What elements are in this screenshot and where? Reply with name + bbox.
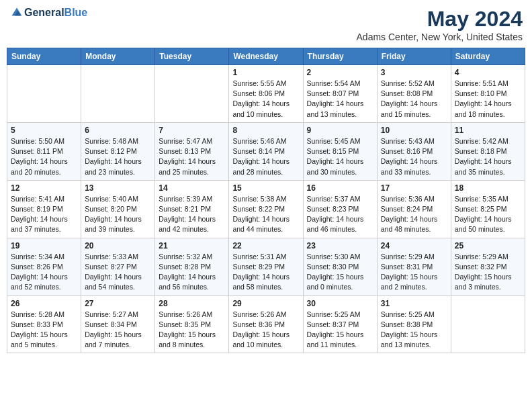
day-info: Sunrise: 5:29 AM Sunset: 8:32 PM Dayligh… [455, 252, 521, 293]
day-number: 19 [11, 241, 77, 250]
calendar-cell: 14Sunrise: 5:39 AM Sunset: 8:21 PM Dayli… [155, 180, 229, 238]
calendar-cell: 19Sunrise: 5:34 AM Sunset: 8:26 PM Dayli… [7, 238, 81, 295]
calendar-cell: 21Sunrise: 5:32 AM Sunset: 8:28 PM Dayli… [155, 238, 229, 295]
calendar-cell: 2Sunrise: 5:54 AM Sunset: 8:07 PM Daylig… [303, 65, 377, 123]
day-number: 5 [11, 126, 77, 135]
day-info: Sunrise: 5:32 AM Sunset: 8:28 PM Dayligh… [159, 252, 225, 293]
calendar-cell [7, 65, 81, 123]
day-number: 27 [85, 299, 151, 308]
day-info: Sunrise: 5:26 AM Sunset: 8:36 PM Dayligh… [232, 310, 299, 351]
day-info: Sunrise: 5:48 AM Sunset: 8:12 PM Dayligh… [85, 136, 151, 177]
day-info: Sunrise: 5:31 AM Sunset: 8:29 PM Dayligh… [232, 252, 299, 293]
calendar-cell: 22Sunrise: 5:31 AM Sunset: 8:29 PM Dayli… [229, 238, 303, 295]
day-of-week-header: Monday [81, 48, 155, 65]
day-of-week-header: Tuesday [155, 48, 229, 65]
day-number: 21 [159, 241, 225, 250]
day-info: Sunrise: 5:39 AM Sunset: 8:21 PM Dayligh… [159, 194, 225, 235]
day-of-week-header: Wednesday [229, 48, 303, 65]
day-info: Sunrise: 5:43 AM Sunset: 8:16 PM Dayligh… [381, 136, 447, 177]
day-number: 18 [455, 183, 521, 193]
calendar-cell [81, 65, 155, 123]
day-info: Sunrise: 5:51 AM Sunset: 8:10 PM Dayligh… [455, 79, 521, 120]
day-number: 2 [307, 68, 373, 77]
day-number: 6 [85, 126, 151, 135]
day-number: 23 [307, 241, 373, 250]
day-info: Sunrise: 5:42 AM Sunset: 8:18 PM Dayligh… [455, 136, 521, 177]
day-number: 7 [159, 126, 225, 135]
day-info: Sunrise: 5:25 AM Sunset: 8:38 PM Dayligh… [381, 310, 447, 351]
calendar-week-row: 19Sunrise: 5:34 AM Sunset: 8:26 PM Dayli… [7, 238, 525, 295]
day-info: Sunrise: 5:46 AM Sunset: 8:14 PM Dayligh… [232, 136, 299, 177]
calendar-cell: 8Sunrise: 5:46 AM Sunset: 8:14 PM Daylig… [229, 122, 303, 180]
day-number: 1 [232, 68, 299, 77]
day-number: 29 [232, 299, 299, 308]
day-info: Sunrise: 5:55 AM Sunset: 8:06 PM Dayligh… [232, 79, 299, 120]
day-number: 22 [232, 241, 299, 250]
calendar-cell: 9Sunrise: 5:45 AM Sunset: 8:15 PM Daylig… [303, 122, 377, 180]
day-info: Sunrise: 5:50 AM Sunset: 8:11 PM Dayligh… [11, 136, 77, 177]
calendar-cell: 24Sunrise: 5:29 AM Sunset: 8:31 PM Dayli… [377, 238, 451, 295]
calendar-cell: 3Sunrise: 5:52 AM Sunset: 8:08 PM Daylig… [377, 65, 451, 123]
calendar-cell [451, 295, 525, 353]
calendar-cell: 29Sunrise: 5:26 AM Sunset: 8:36 PM Dayli… [229, 295, 303, 353]
day-info: Sunrise: 5:28 AM Sunset: 8:33 PM Dayligh… [11, 310, 77, 351]
day-number: 10 [381, 126, 447, 135]
day-number: 9 [307, 126, 373, 135]
day-number: 28 [159, 299, 225, 308]
calendar-cell: 11Sunrise: 5:42 AM Sunset: 8:18 PM Dayli… [451, 122, 525, 180]
calendar-cell: 12Sunrise: 5:41 AM Sunset: 8:19 PM Dayli… [7, 180, 81, 238]
day-number: 12 [11, 183, 77, 193]
month-year-title: May 2024 [357, 7, 523, 32]
day-info: Sunrise: 5:27 AM Sunset: 8:34 PM Dayligh… [85, 310, 151, 351]
day-of-week-header: Thursday [303, 48, 377, 65]
day-number: 11 [455, 126, 521, 135]
calendar-cell: 16Sunrise: 5:37 AM Sunset: 8:23 PM Dayli… [303, 180, 377, 238]
calendar-cell: 4Sunrise: 5:51 AM Sunset: 8:10 PM Daylig… [451, 65, 525, 123]
calendar-cell: 5Sunrise: 5:50 AM Sunset: 8:11 PM Daylig… [7, 122, 81, 180]
day-info: Sunrise: 5:25 AM Sunset: 8:37 PM Dayligh… [307, 310, 373, 351]
day-info: Sunrise: 5:33 AM Sunset: 8:27 PM Dayligh… [85, 252, 151, 293]
calendar-cell: 7Sunrise: 5:47 AM Sunset: 8:13 PM Daylig… [155, 122, 229, 180]
calendar-cell: 20Sunrise: 5:33 AM Sunset: 8:27 PM Dayli… [81, 238, 155, 295]
logo: GeneralBlue [9, 7, 87, 19]
day-number: 16 [307, 183, 373, 193]
day-number: 4 [455, 68, 521, 77]
calendar-week-row: 26Sunrise: 5:28 AM Sunset: 8:33 PM Dayli… [7, 295, 525, 353]
day-info: Sunrise: 5:36 AM Sunset: 8:24 PM Dayligh… [381, 194, 447, 235]
day-info: Sunrise: 5:35 AM Sunset: 8:25 PM Dayligh… [455, 194, 521, 235]
calendar-cell: 31Sunrise: 5:25 AM Sunset: 8:38 PM Dayli… [377, 295, 451, 353]
calendar-cell: 10Sunrise: 5:43 AM Sunset: 8:16 PM Dayli… [377, 122, 451, 180]
calendar-cell: 15Sunrise: 5:38 AM Sunset: 8:22 PM Dayli… [229, 180, 303, 238]
calendar-cell: 18Sunrise: 5:35 AM Sunset: 8:25 PM Dayli… [451, 180, 525, 238]
day-number: 15 [232, 183, 299, 193]
day-info: Sunrise: 5:47 AM Sunset: 8:13 PM Dayligh… [159, 136, 225, 177]
calendar-cell: 23Sunrise: 5:30 AM Sunset: 8:30 PM Dayli… [303, 238, 377, 295]
day-number: 3 [381, 68, 447, 77]
calendar-cell: 26Sunrise: 5:28 AM Sunset: 8:33 PM Dayli… [7, 295, 81, 353]
calendar-week-row: 1Sunrise: 5:55 AM Sunset: 8:06 PM Daylig… [7, 65, 525, 123]
location-subtitle: Adams Center, New York, United States [357, 32, 523, 42]
day-number: 31 [381, 299, 447, 308]
day-info: Sunrise: 5:29 AM Sunset: 8:31 PM Dayligh… [381, 252, 447, 293]
calendar-week-row: 12Sunrise: 5:41 AM Sunset: 8:19 PM Dayli… [7, 180, 525, 238]
day-info: Sunrise: 5:26 AM Sunset: 8:35 PM Dayligh… [159, 310, 225, 351]
day-info: Sunrise: 5:38 AM Sunset: 8:22 PM Dayligh… [232, 194, 299, 235]
day-number: 26 [11, 299, 77, 308]
page-header: GeneralBlue May 2024 Adams Center, New Y… [7, 7, 525, 42]
day-info: Sunrise: 5:52 AM Sunset: 8:08 PM Dayligh… [381, 79, 447, 120]
day-of-week-header: Sunday [7, 48, 81, 65]
day-number: 20 [85, 241, 151, 250]
day-of-week-header: Saturday [451, 48, 525, 65]
title-block: May 2024 Adams Center, New York, United … [357, 7, 523, 42]
day-number: 17 [381, 183, 447, 193]
day-info: Sunrise: 5:40 AM Sunset: 8:20 PM Dayligh… [85, 194, 151, 235]
day-number: 13 [85, 183, 151, 193]
logo-text-general: General [24, 7, 64, 18]
calendar-header-row: SundayMondayTuesdayWednesdayThursdayFrid… [7, 48, 525, 65]
calendar-cell [155, 65, 229, 123]
day-number: 14 [159, 183, 225, 193]
calendar-cell: 13Sunrise: 5:40 AM Sunset: 8:20 PM Dayli… [81, 180, 155, 238]
day-number: 24 [381, 241, 447, 250]
calendar-cell: 28Sunrise: 5:26 AM Sunset: 8:35 PM Dayli… [155, 295, 229, 353]
day-info: Sunrise: 5:45 AM Sunset: 8:15 PM Dayligh… [307, 136, 373, 177]
